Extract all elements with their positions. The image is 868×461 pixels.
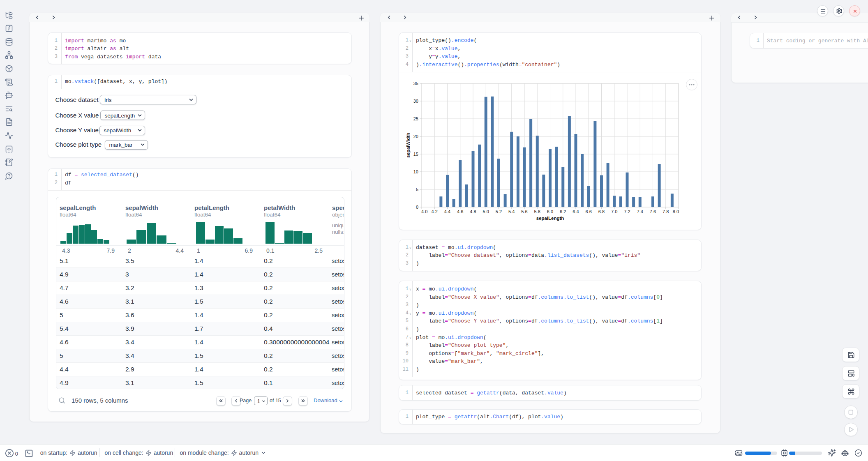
svg-text:30: 30 — [413, 99, 418, 104]
svg-text:8.0: 8.0 — [673, 209, 679, 214]
svg-text:7.8: 7.8 — [663, 209, 669, 214]
svg-text:4.2: 4.2 — [432, 209, 438, 214]
svg-text:5.8: 5.8 — [534, 209, 540, 214]
svg-text:5.4: 5.4 — [508, 209, 515, 214]
svg-text:5: 5 — [416, 187, 418, 192]
svg-text:4.0: 4.0 — [421, 209, 427, 214]
svg-text:7.4: 7.4 — [637, 209, 643, 214]
svg-text:6.0: 6.0 — [547, 209, 553, 214]
svg-text:4.4: 4.4 — [444, 209, 450, 214]
svg-text:0: 0 — [416, 205, 418, 210]
svg-text:7.0: 7.0 — [611, 209, 617, 214]
svg-text:sepalWidth: sepalWidth — [406, 133, 411, 158]
svg-text:4.6: 4.6 — [457, 209, 463, 214]
svg-text:5.6: 5.6 — [521, 209, 527, 214]
svg-text:sepalLength: sepalLength — [536, 216, 564, 221]
svg-text:35: 35 — [413, 81, 418, 86]
svg-text:7.2: 7.2 — [624, 209, 630, 214]
svg-text:5.2: 5.2 — [496, 209, 502, 214]
svg-text:4.8: 4.8 — [470, 209, 476, 214]
svg-text:25: 25 — [413, 116, 418, 121]
svg-text:5.0: 5.0 — [483, 209, 489, 214]
svg-text:7.6: 7.6 — [650, 209, 656, 214]
svg-text:10: 10 — [413, 169, 418, 174]
svg-text:20: 20 — [413, 134, 418, 139]
svg-text:6.2: 6.2 — [560, 209, 566, 214]
svg-text:6.4: 6.4 — [573, 209, 579, 214]
svg-text:15: 15 — [413, 152, 418, 157]
svg-text:6.6: 6.6 — [586, 209, 592, 214]
svg-text:6.8: 6.8 — [598, 209, 605, 214]
